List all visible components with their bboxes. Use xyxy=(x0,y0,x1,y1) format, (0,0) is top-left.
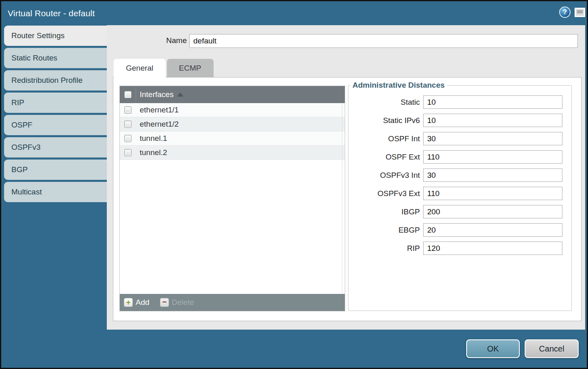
interface-name: ethernet1/2 xyxy=(140,120,179,129)
distance-field-row: OSPF Ext xyxy=(348,150,571,164)
distance-field-label: OSPF Ext xyxy=(348,153,420,162)
row-checkbox[interactable] xyxy=(124,135,132,142)
add-button-label: Add xyxy=(136,298,149,307)
delete-button[interactable]: − Delete xyxy=(160,298,194,307)
distance-field-input[interactable] xyxy=(423,187,562,200)
sidebar-item[interactable]: RIP xyxy=(4,93,107,113)
table-scroll-gutter xyxy=(342,103,342,294)
row-checkbox-col xyxy=(120,135,136,142)
sidebar-item[interactable]: Multicast xyxy=(4,182,107,202)
dialog-title: Virtual Router - default xyxy=(8,1,95,25)
distance-field-row: Static xyxy=(348,95,571,109)
delete-minus-icon: − xyxy=(160,298,169,307)
delete-button-label: Delete xyxy=(172,298,194,307)
sidebar-item[interactable]: BGP xyxy=(4,160,107,180)
distance-field-row: OSPFv3 Ext xyxy=(348,187,571,200)
sort-ascending-icon xyxy=(177,93,184,97)
table-row[interactable]: tunnel.2 xyxy=(120,146,345,160)
distance-field-label: EBGP xyxy=(348,226,420,235)
sidebar-item[interactable]: Redistribution Profile xyxy=(4,70,107,91)
distance-field-label: OSPFv3 Int xyxy=(348,171,420,180)
distance-field-label: Static IPv6 xyxy=(348,116,420,125)
header-checkbox-col xyxy=(120,86,136,103)
content-tab[interactable]: ECMP xyxy=(167,59,214,78)
row-checkbox[interactable] xyxy=(124,149,132,156)
add-button[interactable]: + Add xyxy=(124,298,149,307)
content-tabs: General ECMP xyxy=(114,59,214,78)
table-row[interactable]: ethernet1/1 xyxy=(120,103,345,117)
distance-field-row: IBGP xyxy=(348,205,571,218)
distance-field-label: Static xyxy=(348,98,420,107)
name-label: Name xyxy=(131,36,187,45)
dialog-titlebar: Virtual Router - default ? xyxy=(1,1,587,25)
interfaces-table-header[interactable]: Interfaces xyxy=(120,86,345,103)
sidebar-item[interactable]: Static Routes xyxy=(4,48,107,68)
interfaces-table-footer: + Add − Delete xyxy=(120,294,345,311)
interface-name: tunnel.2 xyxy=(140,148,167,157)
distance-field-input[interactable] xyxy=(423,132,562,145)
administrative-distances-fields: Static Static IPv6 OSPF Int xyxy=(348,90,571,255)
row-checkbox-col xyxy=(120,149,136,156)
distance-field-row: EBGP xyxy=(348,223,571,237)
name-input[interactable] xyxy=(189,34,578,48)
interfaces-table: Interfaces ethernet1/1 xyxy=(119,86,345,311)
general-tab-panel: Interfaces ethernet1/1 xyxy=(113,77,582,321)
distance-field-row: OSPF Int xyxy=(348,132,571,145)
help-icon[interactable]: ? xyxy=(559,6,571,18)
distance-field-label: IBGP xyxy=(348,207,420,216)
distance-field-input[interactable] xyxy=(423,114,562,127)
dialog-content: Name General ECMP Interfaces xyxy=(107,25,585,330)
distance-field-row: RIP xyxy=(348,242,571,255)
interface-name: ethernet1/1 xyxy=(140,106,179,114)
administrative-distances-title: Administrative Distances xyxy=(350,81,447,90)
table-row[interactable]: ethernet1/2 xyxy=(120,117,345,132)
distance-field-label: RIP xyxy=(348,244,420,253)
row-checkbox[interactable] xyxy=(124,121,132,128)
distance-field-input[interactable] xyxy=(423,150,562,164)
content-tab[interactable]: General xyxy=(114,59,166,78)
virtual-router-dialog: Virtual Router - default ? Router Settin… xyxy=(0,0,588,369)
restore-window-icon-inner xyxy=(577,10,583,13)
sidebar-item[interactable]: Router Settings xyxy=(4,26,107,46)
distance-field-label: OSPFv3 Ext xyxy=(348,189,420,198)
administrative-distances-group: Administrative Distances Static Static I… xyxy=(348,81,572,311)
distance-field-input[interactable] xyxy=(423,95,562,109)
distance-field-row: OSPFv3 Int xyxy=(348,168,571,182)
interfaces-table-body: ethernet1/1 ethernet1/2 xyxy=(120,103,345,294)
distance-field-input[interactable] xyxy=(423,168,562,182)
distance-field-input[interactable] xyxy=(423,205,562,218)
row-checkbox[interactable] xyxy=(124,106,132,114)
sidebar-nav: Router Settings Static Routes Redistribu… xyxy=(4,26,107,204)
distance-field-input[interactable] xyxy=(423,242,562,255)
row-checkbox-col xyxy=(120,121,136,128)
distance-field-row: Static IPv6 xyxy=(348,114,571,127)
sidebar-item[interactable]: OSPF xyxy=(4,115,107,135)
table-row[interactable]: tunnel.1 xyxy=(120,132,345,146)
add-plus-icon: + xyxy=(124,298,133,307)
cancel-button[interactable]: Cancel xyxy=(525,339,579,358)
interfaces-column-header: Interfaces xyxy=(140,90,173,99)
select-all-checkbox[interactable] xyxy=(124,91,132,98)
row-checkbox-col xyxy=(120,106,136,114)
restore-window-icon[interactable] xyxy=(575,8,585,17)
distance-field-label: OSPF Int xyxy=(348,134,420,143)
interface-name: tunnel.1 xyxy=(140,134,167,143)
sidebar-item[interactable]: OSPFv3 xyxy=(4,137,107,158)
ok-button[interactable]: OK xyxy=(466,339,520,358)
distance-field-input[interactable] xyxy=(423,223,562,237)
